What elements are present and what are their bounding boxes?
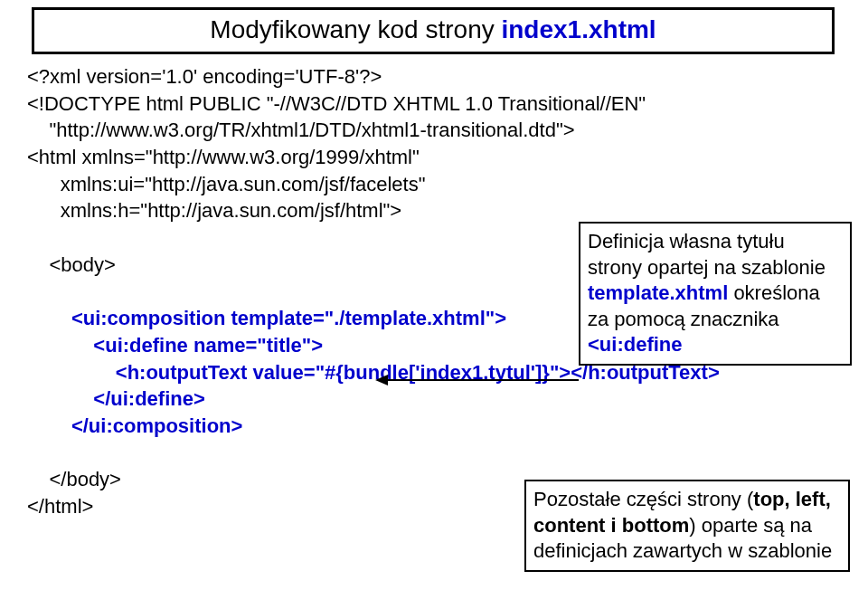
page-title: Modyfikowany kod strony index1.xhtml: [210, 15, 656, 43]
annotation-remaining: Pozostałe części strony (top, left, cont…: [524, 480, 850, 572]
code-line-11: </ui:define>: [27, 387, 205, 410]
annot2-text1: Pozostałe części strony (: [533, 488, 753, 510]
code-line-9: <ui:define name="title">: [27, 334, 323, 357]
code-line-3: "http://www.w3.org/TR/xhtml1/DTD/xhtml1-…: [27, 119, 575, 141]
code-line-1: <?xml version='1.0' encoding='UTF-8'?>: [27, 65, 382, 88]
code-line-2: <!DOCTYPE html PUBLIC "-//W3C//DTD XHTML…: [27, 92, 646, 115]
code-line-7: <body>: [27, 253, 116, 276]
code-line-4: <html xmlns="http://www.w3.org/1999/xhtm…: [27, 146, 420, 168]
code-line-6: xmlns:h="http://java.sun.com/jsf/html">: [27, 199, 401, 222]
annot1-blue1: template.xhtml: [588, 281, 728, 304]
title-text-pre: Modyfikowany kod strony: [210, 15, 501, 43]
code-line-8: <ui:composition template="./template.xht…: [27, 307, 506, 329]
annotation-definition: Definicja własna tytułu strony opartej n…: [579, 222, 852, 366]
code-line-5: xmlns:ui="http://java.sun.com/jsf/facele…: [27, 173, 426, 195]
code-line-13: </body>: [27, 468, 121, 490]
title-filename: index1.xhtml: [501, 15, 656, 43]
annot1-blue2: <ui:define: [588, 333, 683, 356]
code-line-14: </html>: [27, 495, 93, 518]
code-line-12: </ui:composition>: [27, 414, 242, 437]
title-box: Modyfikowany kod strony index1.xhtml: [32, 7, 835, 54]
annot1-text1: Definicja własna tytułu strony opartej n…: [588, 230, 826, 279]
